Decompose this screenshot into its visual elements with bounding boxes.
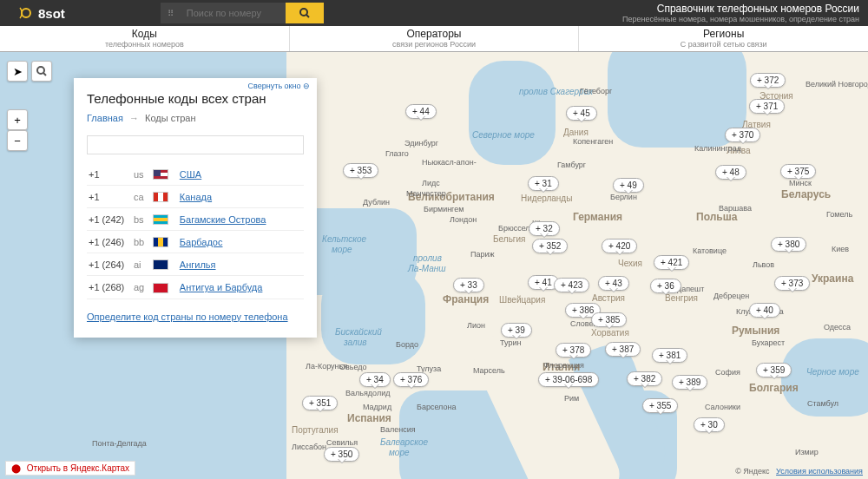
row-iso: bb [132, 231, 151, 253]
row-iso: bs [132, 208, 151, 231]
sea-label: Черное море [806, 367, 859, 377]
map-pin[interactable]: + 373 [774, 276, 810, 291]
table-row[interactable]: +1usСША [87, 163, 304, 186]
map-pin[interactable]: + 370 [725, 128, 760, 142]
map-pin[interactable]: + 39 [501, 323, 532, 338]
breadcrumb-arrow-icon: → [129, 113, 139, 123]
logo-icon [17, 4, 35, 22]
open-in-yandex-maps[interactable]: ⬤ Открыть в Яндекс.Картах [5, 461, 135, 476]
map-pin[interactable]: + 420 [602, 239, 637, 253]
table-row[interactable]: +1 (242)bsБагамские Острова [87, 208, 304, 231]
table-row[interactable]: +1caКанада [87, 186, 304, 208]
map-pin[interactable]: + 382 [627, 371, 662, 386]
city-label: Лион [467, 321, 485, 330]
row-flag [151, 186, 178, 208]
row-iso: ai [132, 253, 151, 276]
map-pin[interactable]: + 385 [591, 312, 627, 327]
map-pin[interactable]: + 381 [652, 348, 687, 363]
map-search-button[interactable] [31, 61, 52, 82]
map-pin[interactable]: + 423 [554, 278, 589, 292]
search-icon [299, 8, 310, 18]
panel-footer-link[interactable]: Определите код страны по номеру телефона [87, 312, 288, 322]
flag-icon [153, 259, 168, 270]
city-label: Гомель [826, 210, 852, 219]
city-label: Париж [470, 250, 495, 259]
map-pin[interactable]: + 371 [749, 99, 785, 114]
zoom-in-button[interactable]: + [7, 109, 28, 130]
search-button[interactable] [286, 3, 324, 23]
row-code: +1 (242) [87, 208, 132, 231]
city-label: Одесса [824, 323, 851, 331]
panel-collapse-link[interactable]: Свернуть окно ⊖ [248, 82, 310, 90]
nav-operators[interactable]: Операторы связи регионов России [290, 26, 580, 51]
map-pin[interactable]: + 350 [324, 447, 359, 462]
map-pin[interactable]: + 44 [405, 104, 437, 119]
attribution-terms-link[interactable]: Условия использования [776, 467, 863, 476]
locate-button[interactable]: ➤ [7, 61, 28, 82]
map-pin[interactable]: + 40 [749, 303, 780, 318]
sea-label: пролив [413, 253, 442, 263]
map-pin[interactable]: + 372 [750, 73, 786, 88]
flag-icon [153, 237, 168, 247]
country-link[interactable]: США [180, 169, 201, 180]
city-label: Валенсия [380, 425, 416, 434]
zoom-out-button[interactable]: − [7, 130, 28, 151]
nav-row: Коды телефонных номеров Операторы связи … [0, 26, 868, 52]
map-pin[interactable]: + 380 [771, 237, 806, 252]
nav-sub: телефонных номеров [0, 40, 289, 49]
map-pin[interactable]: + 39-06-698 [538, 372, 599, 387]
table-row[interactable]: +1 (268)agАнтигуа и Барбуда [87, 276, 304, 299]
map-pin[interactable]: + 32 [529, 221, 560, 236]
search-input[interactable] [181, 3, 286, 23]
country-link[interactable]: Канада [180, 192, 212, 202]
city-label: Гамбург [557, 161, 586, 169]
country-link[interactable]: Барбадос [180, 237, 223, 247]
flag-icon [153, 214, 168, 225]
flag-icon [153, 192, 168, 202]
map-pin[interactable]: + 376 [393, 372, 429, 387]
panel-filter-input[interactable] [87, 135, 304, 154]
map-pin[interactable]: + 351 [302, 396, 338, 410]
map-pin[interactable]: + 389 [672, 375, 707, 390]
map-pin[interactable]: + 34 [359, 372, 391, 387]
nav-sub: С развитой сетью связи [579, 40, 868, 49]
map-pin[interactable]: + 375 [780, 164, 816, 179]
country-link[interactable]: Ангилья [180, 259, 216, 270]
logo[interactable]: 8sot [17, 4, 65, 22]
search-bar: ⠿ [161, 3, 324, 23]
map-pin[interactable]: + 359 [756, 363, 792, 377]
map-pin[interactable]: + 378 [556, 343, 591, 358]
city-label: Рим [564, 394, 579, 403]
map-pin[interactable]: + 421 [654, 255, 689, 270]
keypad-icon[interactable]: ⠿ [161, 3, 181, 23]
table-row[interactable]: +1 (246)bbБарбадос [87, 231, 304, 253]
breadcrumb-home[interactable]: Главная [87, 113, 123, 123]
table-row[interactable]: +1 (264)aiАнгилья [87, 253, 304, 276]
map-pin[interactable]: + 30 [694, 417, 725, 432]
city-label: Эдинбург [404, 139, 438, 148]
map-pin[interactable]: + 48 [715, 165, 746, 180]
sea-label: Северное море [472, 130, 535, 140]
nav-codes[interactable]: Коды телефонных номеров [0, 26, 290, 51]
nav-title: Операторы [290, 28, 579, 40]
row-code: +1 [87, 186, 132, 208]
map-pin[interactable]: + 352 [532, 239, 568, 253]
map-pin[interactable]: + 49 [613, 178, 644, 193]
row-country: Багамские Острова [178, 208, 304, 231]
row-flag [151, 276, 178, 299]
map-pin[interactable]: + 33 [453, 278, 484, 292]
city-label: Салоники [705, 403, 740, 411]
map-pin[interactable]: + 353 [343, 163, 378, 178]
map-pin[interactable]: + 355 [642, 398, 678, 413]
nav-regions[interactable]: Регионы С развитой сетью связи [579, 26, 868, 51]
map-pin[interactable]: + 43 [598, 276, 629, 291]
map-pin[interactable]: + 45 [566, 106, 597, 121]
map-pin[interactable]: + 31 [528, 176, 559, 191]
map-viewport[interactable]: Северное мореАтлантический океанпролив С… [0, 52, 868, 479]
map-pin[interactable]: + 36 [650, 279, 681, 293]
map-pin[interactable]: + 387 [605, 342, 641, 357]
country-link[interactable]: Антигуа и Барбуда [180, 282, 263, 292]
city-label: Бухарест [752, 338, 785, 347]
country-link[interactable]: Багамские Острова [180, 214, 266, 225]
row-flag [151, 231, 178, 253]
